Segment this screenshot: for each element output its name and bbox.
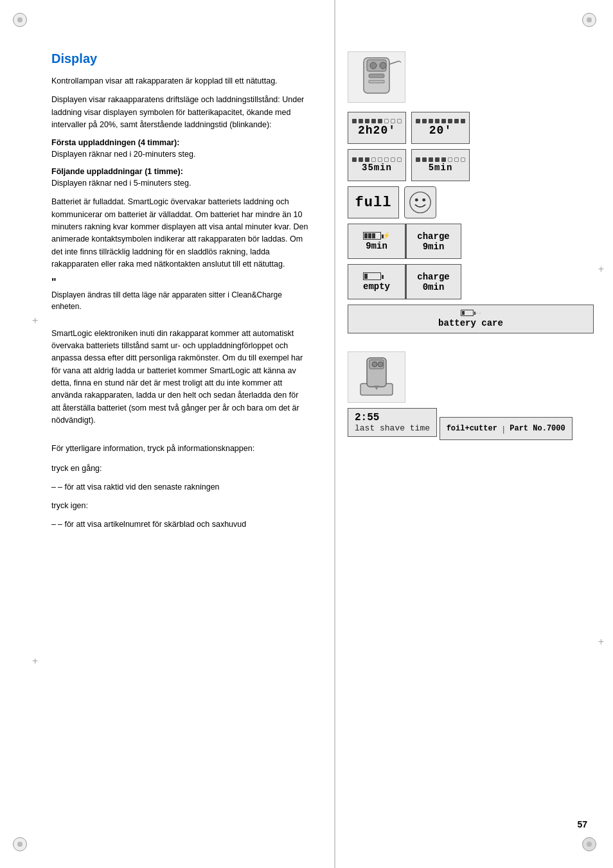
batt-icon-care <box>461 310 474 316</box>
dots-5min <box>416 157 465 162</box>
lcd-value-5min: 5min <box>429 163 453 173</box>
batt-seg-d <box>376 274 379 279</box>
dots-20min <box>416 119 465 123</box>
last-shave-box: 2:55 last shave time <box>348 408 437 437</box>
crosshair-right-mid: + <box>598 263 604 275</box>
foil-cutter-box: foil+cutter | Part No.7000 <box>440 417 573 440</box>
quote-mark: " <box>51 278 57 288</box>
batt-seg-3 <box>372 233 375 238</box>
lcd-value-2h20: 2h20' <box>358 124 396 137</box>
lcd-value-20min: 20' <box>429 124 452 137</box>
smartlogic-para: SmartLogic elektroniken inuti din rakapp… <box>51 328 308 427</box>
svg-point-15 <box>378 362 383 367</box>
dot <box>397 157 402 162</box>
charge-right-0min: charge 0min <box>407 264 461 299</box>
dot <box>416 119 420 123</box>
full-row: full <box>348 186 594 218</box>
svg-line-6 <box>389 61 399 64</box>
svg-point-3 <box>380 62 386 69</box>
dot <box>397 119 402 123</box>
dot <box>448 119 452 123</box>
batt-seg-1 <box>364 233 368 238</box>
shaver-svg-top <box>351 55 402 100</box>
right-panel: + + <box>334 0 613 868</box>
following-charge-label: Följande uppladdningar (1 timme): <box>51 167 308 176</box>
intro-text-1: Kontrollampan visar att rakapparaten är … <box>51 75 308 87</box>
charge-0min-value: 0min <box>423 282 445 292</box>
last-shave-label: last shave time <box>355 423 430 433</box>
lcd-box-5min: 5min <box>411 149 470 181</box>
charge-right-9min: charge 9min <box>407 224 461 259</box>
dot <box>391 157 395 162</box>
tryck2-dash: – för att visa artikelnumret för skärbla… <box>51 518 308 531</box>
crosshair-left-bot: + <box>32 655 38 667</box>
page-number: 57 <box>577 819 587 829</box>
svg-point-2 <box>370 62 377 69</box>
shaver-svg-bottom <box>351 355 402 400</box>
dot <box>384 119 389 123</box>
shaver-device-top <box>348 51 405 103</box>
batt-seg-b <box>368 274 371 279</box>
battery-icon-2: ⚡ <box>363 272 390 280</box>
batt-care-icons: · · <box>461 310 481 316</box>
batt-seg-4 <box>376 233 379 238</box>
tryck1-dash: – för att visa raktid vid den senaste ra… <box>51 481 308 493</box>
dot <box>371 157 376 162</box>
charge-9min-value: 9min <box>366 241 387 251</box>
tryck1-label: tryck en gång: <box>51 463 308 475</box>
dot <box>371 119 376 123</box>
charge-label-2: charge <box>417 272 449 282</box>
batt-seg-c <box>372 274 375 279</box>
smiley-box <box>404 186 436 218</box>
dots-35min <box>352 157 402 162</box>
page: + + Display Kontrollampan visar att raka… <box>0 0 613 868</box>
battery-body-2 <box>363 272 381 280</box>
svg-point-10 <box>422 199 425 202</box>
batt-seg-a <box>364 274 368 279</box>
first-charge-desc: Displayen räknar ned i 20-minuters steg. <box>51 148 308 161</box>
charge-row-1: ⚡ 9min charge 9min <box>348 224 594 259</box>
battery-body <box>363 232 381 240</box>
gap-spacer <box>348 339 594 351</box>
lcd-row-1: 2h20' 20' <box>348 112 594 144</box>
dot <box>454 157 459 162</box>
info-intro: För ytterligare information, tryck på in… <box>51 443 308 455</box>
lcd-box-full: full <box>348 186 399 218</box>
dot <box>441 157 446 162</box>
battery-icon-1: ⚡ <box>363 232 390 240</box>
lcd-box-20min: 20' <box>411 112 470 144</box>
dot <box>461 157 465 162</box>
dot <box>384 157 389 162</box>
dot <box>359 119 363 123</box>
lcd-value-full: full <box>355 195 392 211</box>
empty-label: empty <box>363 281 390 292</box>
crosshair-right-bot: + <box>598 636 604 648</box>
tryck2-label: tryck igen: <box>51 500 308 512</box>
section-title: Display <box>51 51 308 66</box>
note-text: Displayen ändras till detta läge när app… <box>51 289 308 312</box>
dot <box>429 119 433 123</box>
lcd-box-2h20: 2h20' <box>348 112 406 144</box>
charge-label-1: charge <box>417 231 449 242</box>
charge-left-empty: ⚡ empty <box>348 264 405 299</box>
dots-2h20 <box>352 119 402 123</box>
dot <box>422 157 427 162</box>
shaver-device-bottom <box>348 351 405 403</box>
crosshair-left-mid: + <box>32 315 38 326</box>
dot <box>435 157 440 162</box>
foil-sep: | <box>502 424 504 434</box>
charge-9min-right-value: 9min <box>423 242 445 252</box>
svg-rect-5 <box>369 80 384 83</box>
dot <box>441 119 446 123</box>
svg-point-14 <box>372 362 377 367</box>
dot <box>352 157 357 162</box>
svg-line-7 <box>399 61 401 62</box>
paragraph-3: Batteriet är fulladdat. SmartLogic överv… <box>51 196 308 270</box>
smiley-svg <box>408 190 432 215</box>
batt-seg-2 <box>368 233 371 238</box>
dot <box>454 119 459 123</box>
battery-care-box: · · battery care <box>348 305 594 333</box>
dot <box>378 157 382 162</box>
batt-seg-care <box>462 311 465 315</box>
dot <box>378 119 382 123</box>
